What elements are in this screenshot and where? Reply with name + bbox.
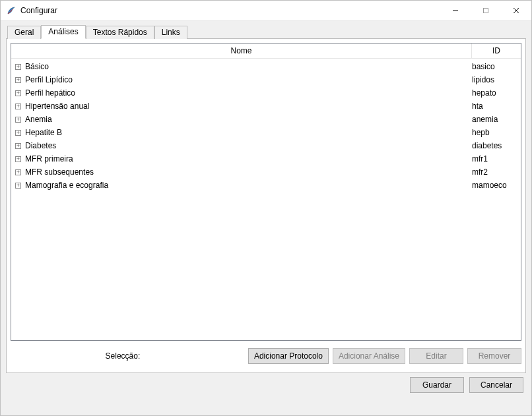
row-id: lipidos bbox=[472, 73, 521, 86]
row-name: Diabetes bbox=[25, 139, 472, 152]
expand-icon[interactable]: + bbox=[15, 183, 21, 189]
config-window: Configurar Geral Análises Textos Rápidos… bbox=[0, 0, 532, 416]
tab-links[interactable]: Links bbox=[154, 26, 187, 39]
expand-icon[interactable]: + bbox=[15, 104, 21, 109]
maximize-button[interactable] bbox=[471, 1, 501, 20]
tab-geral[interactable]: Geral bbox=[7, 26, 41, 39]
window-title: Configurar bbox=[20, 6, 57, 15]
row-id: basico bbox=[472, 60, 521, 73]
protocol-tree[interactable]: Nome ID +Básicobasico+Perfil Lipídicolip… bbox=[11, 43, 521, 341]
save-button[interactable]: Guardar bbox=[410, 377, 464, 393]
tab-textos-rapidos[interactable]: Textos Rápidos bbox=[86, 26, 154, 39]
tab-page-analises: Nome ID +Básicobasico+Perfil Lipídicolip… bbox=[6, 38, 526, 373]
expand-icon[interactable]: + bbox=[15, 64, 21, 70]
table-row[interactable]: +Perfil hepáticohepato bbox=[11, 86, 521, 100]
table-row[interactable]: +MFR subsequentesmfr2 bbox=[11, 165, 521, 179]
expand-icon[interactable]: + bbox=[15, 130, 21, 136]
remove-button[interactable]: Remover bbox=[467, 348, 521, 364]
row-name: Anemia bbox=[25, 113, 472, 126]
row-name: Perfil Lipídico bbox=[25, 73, 472, 86]
cancel-button[interactable]: Cancelar bbox=[469, 377, 523, 393]
table-row[interactable]: +Hipertensão anualhta bbox=[11, 100, 521, 113]
table-row[interactable]: +Hepatite Bhepb bbox=[11, 126, 521, 139]
row-id: mamoeco bbox=[472, 179, 521, 192]
title-bar[interactable]: Configurar bbox=[1, 1, 531, 21]
row-id: hepato bbox=[472, 86, 521, 100]
tab-analises[interactable]: Análises bbox=[41, 25, 85, 39]
row-name: Perfil hepático bbox=[25, 86, 472, 100]
table-row[interactable]: +MFR primeiramfr1 bbox=[11, 152, 521, 165]
expand-icon[interactable]: + bbox=[15, 143, 21, 149]
row-name: MFR primeira bbox=[25, 152, 472, 165]
column-header-id[interactable]: ID bbox=[472, 44, 521, 58]
row-id: hta bbox=[472, 100, 521, 113]
window-controls bbox=[440, 1, 531, 20]
expand-icon[interactable]: + bbox=[15, 77, 21, 83]
tree-body[interactable]: +Básicobasico+Perfil Lipídicolipidos+Per… bbox=[11, 59, 521, 340]
table-row[interactable]: +Diabetesdiabetes bbox=[11, 139, 521, 152]
dialog-footer: Guardar Cancelar bbox=[6, 373, 526, 393]
row-name: Mamografia e ecografia bbox=[25, 179, 472, 192]
edit-button[interactable]: Editar bbox=[409, 348, 463, 364]
table-row[interactable]: +Anemiaanemia bbox=[11, 113, 521, 126]
selection-bar: Selecção: Adicionar Protocolo Adicionar … bbox=[11, 341, 521, 369]
svg-rect-1 bbox=[484, 9, 488, 13]
tree-header: Nome ID bbox=[11, 44, 521, 59]
row-name: MFR subsequentes bbox=[25, 165, 472, 179]
row-id: mfr1 bbox=[472, 152, 521, 165]
tab-strip: Geral Análises Textos Rápidos Links bbox=[7, 24, 526, 38]
expand-icon[interactable]: + bbox=[15, 169, 21, 175]
expand-icon[interactable]: + bbox=[15, 117, 21, 123]
minimize-button[interactable] bbox=[440, 1, 471, 20]
table-row[interactable]: +Básicobasico bbox=[11, 60, 521, 73]
row-name: Básico bbox=[25, 60, 472, 73]
close-button[interactable] bbox=[501, 1, 531, 20]
row-id: mfr2 bbox=[472, 165, 521, 179]
selection-label: Selecção: bbox=[106, 351, 154, 361]
feather-icon bbox=[6, 5, 17, 16]
row-id: anemia bbox=[472, 113, 521, 126]
add-protocol-button[interactable]: Adicionar Protocolo bbox=[248, 348, 329, 364]
expand-icon[interactable]: + bbox=[15, 90, 21, 96]
add-analysis-button[interactable]: Adicionar Análise bbox=[333, 348, 405, 364]
row-id: hepb bbox=[472, 126, 521, 139]
client-area: Geral Análises Textos Rápidos Links Nome… bbox=[1, 21, 531, 415]
row-name: Hepatite B bbox=[25, 126, 472, 139]
row-id: diabetes bbox=[472, 139, 521, 152]
column-header-nome[interactable]: Nome bbox=[11, 44, 472, 58]
table-row[interactable]: +Mamografia e ecografiamamoeco bbox=[11, 179, 521, 192]
row-name: Hipertensão anual bbox=[25, 100, 472, 113]
table-row[interactable]: +Perfil Lipídicolipidos bbox=[11, 73, 521, 86]
expand-icon[interactable]: + bbox=[15, 156, 21, 162]
